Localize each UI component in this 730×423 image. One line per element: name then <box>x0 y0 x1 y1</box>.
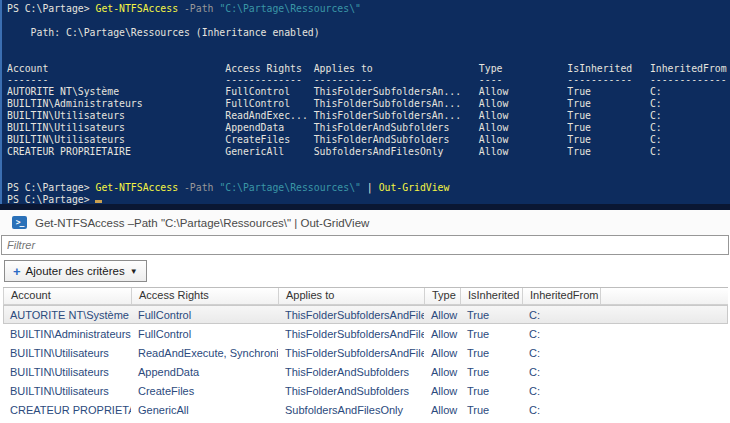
table-cell: CreateFiles <box>131 385 278 397</box>
grid-header-row: AccountAccess RightsApplies toTypeIsInhe… <box>3 288 728 305</box>
table-cell: C: <box>522 347 600 359</box>
grid-body: AUTORITE NT\SystèmeFullControlThisFolder… <box>3 305 728 419</box>
column-header-applies-to[interactable]: Applies to <box>279 288 425 304</box>
table-cell: C: <box>522 328 600 340</box>
table-cell: BUILTIN\Utilisateurs <box>3 366 131 378</box>
table-cell: C: <box>522 309 600 321</box>
results-grid: AccountAccess RightsApplies toTypeIsInhe… <box>3 287 728 419</box>
column-header-inheritedfrom[interactable]: InheritedFrom <box>523 288 601 304</box>
filter-input[interactable] <box>1 235 729 255</box>
table-cell: C: <box>522 385 600 397</box>
table-cell: AppendData <box>131 366 278 378</box>
table-cell: GenericAll <box>131 404 278 416</box>
table-cell: ThisFolderAndSubfolders <box>278 366 424 378</box>
add-criteria-label: Ajouter des critères <box>26 265 125 277</box>
table-cell: FullControl <box>131 328 278 340</box>
table-cell: C: <box>522 404 600 416</box>
table-cell: BUILTIN\Administrateurs <box>3 328 131 340</box>
table-cell: C: <box>522 366 600 378</box>
table-cell: Allow <box>424 385 460 397</box>
criteria-row: + Ajouter des critères ▼ <box>0 255 730 287</box>
table-row[interactable]: CREATEUR PROPRIETAIREGenericAllSubfolder… <box>3 400 728 419</box>
table-cell: Allow <box>424 347 460 359</box>
powershell-icon: >_ <box>12 216 27 229</box>
table-cell: AUTORITE NT\Système <box>3 309 131 321</box>
plus-icon: + <box>13 265 21 278</box>
table-cell: ReadAndExecute, Synchronize <box>131 347 278 359</box>
window-title: Get-NTFSAccess –Path "C:\Partage\Ressour… <box>35 217 369 229</box>
table-cell: Allow <box>424 366 460 378</box>
table-cell: Allow <box>424 404 460 416</box>
column-header-type[interactable]: Type <box>425 288 461 304</box>
table-cell: ThisFolderSubfoldersAndFiles <box>278 309 424 321</box>
out-gridview-window: >_ Get-NTFSAccess –Path "C:\Partage\Ress… <box>0 210 730 419</box>
table-row[interactable]: BUILTIN\AdministrateursFullControlThisFo… <box>3 324 728 343</box>
gridview-titlebar: >_ Get-NTFSAccess –Path "C:\Partage\Ress… <box>0 210 730 235</box>
table-cell: True <box>460 309 522 321</box>
console-output: PS C:\Partage> Get-NTFSAccess -Path "C:\… <box>2 0 730 205</box>
table-row[interactable]: BUILTIN\UtilisateursCreateFilesThisFolde… <box>3 381 728 400</box>
powershell-console: PS C:\Partage> Get-NTFSAccess -Path "C:\… <box>0 0 730 204</box>
add-criteria-button[interactable]: + Ajouter des critères ▼ <box>4 260 147 282</box>
table-cell: True <box>460 347 522 359</box>
table-cell: ThisFolderSubfoldersAndFiles <box>278 347 424 359</box>
table-row[interactable]: AUTORITE NT\SystèmeFullControlThisFolder… <box>3 305 728 324</box>
table-cell: True <box>460 385 522 397</box>
table-cell: True <box>460 404 522 416</box>
table-cell: ThisFolderSubfoldersAndFiles <box>278 328 424 340</box>
table-cell: FullControl <box>131 309 278 321</box>
table-cell: Allow <box>424 328 460 340</box>
column-header-filler <box>601 288 728 304</box>
filter-row <box>0 235 730 255</box>
chevron-down-icon: ▼ <box>130 267 138 276</box>
console-cursor <box>95 200 102 203</box>
table-cell: Allow <box>424 309 460 321</box>
table-cell: SubfoldersAndFilesOnly <box>278 404 424 416</box>
table-cell: BUILTIN\Utilisateurs <box>3 347 131 359</box>
table-cell: CREATEUR PROPRIETAIRE <box>3 404 131 416</box>
table-cell: True <box>460 328 522 340</box>
table-cell: BUILTIN\Utilisateurs <box>3 385 131 397</box>
column-header-isinherited[interactable]: IsInherited <box>461 288 523 304</box>
column-header-account[interactable]: Account <box>4 288 132 304</box>
table-row[interactable]: BUILTIN\UtilisateursAppendDataThisFolder… <box>3 362 728 381</box>
table-row[interactable]: BUILTIN\UtilisateursReadAndExecute, Sync… <box>3 343 728 362</box>
column-header-access-rights[interactable]: Access Rights <box>132 288 279 304</box>
table-cell: ThisFolderAndSubfolders <box>278 385 424 397</box>
table-cell: True <box>460 366 522 378</box>
